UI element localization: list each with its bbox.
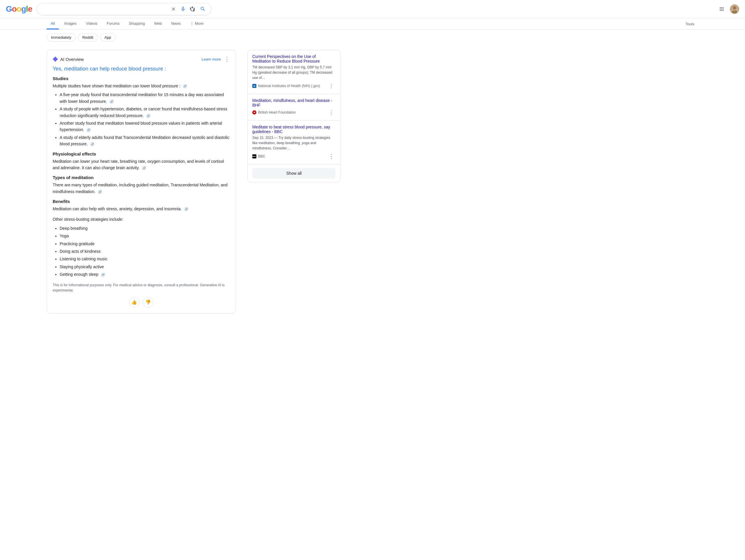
types-text: There are many types of meditation, incl…: [53, 182, 230, 195]
apps-button[interactable]: [718, 5, 725, 12]
ai-more-options[interactable]: ⋮: [224, 56, 230, 62]
source-title-1[interactable]: Current Perspectives on the Use of Medit…: [252, 54, 335, 63]
benefits-text: Meditation can also help with stress, an…: [53, 206, 230, 212]
source-options-1[interactable]: [327, 82, 335, 90]
source-item-2: Meditation, mindfulness, and heart disea…: [248, 94, 340, 121]
clear-button[interactable]: [170, 6, 176, 12]
tab-forums[interactable]: Forums: [103, 18, 124, 29]
stress-section-title: Other stress-busting strategies include:: [53, 216, 230, 222]
study-item-2: A study of people with hypertension, dia…: [60, 106, 230, 119]
types-title: Types of meditation: [53, 175, 230, 180]
ai-headline: Yes, meditation can help reduce blood pr…: [53, 66, 230, 72]
google-logo[interactable]: Google: [6, 4, 32, 14]
tab-news[interactable]: News: [167, 18, 185, 29]
source-options-3[interactable]: [327, 153, 335, 160]
source-options-2[interactable]: [327, 108, 335, 116]
tab-videos[interactable]: Videos: [82, 18, 102, 29]
tools-button[interactable]: Tools: [682, 19, 699, 29]
header: Google does meditation reduce blood pres…: [0, 0, 745, 18]
tab-shopping[interactable]: Shopping: [125, 18, 149, 29]
stress-item-2: Yoga: [60, 233, 230, 239]
tab-all[interactable]: All: [46, 18, 59, 29]
studies-title: Studies: [53, 76, 230, 81]
avatar[interactable]: [730, 4, 739, 14]
studies-list: A five-year study found that transcenden…: [53, 91, 230, 147]
stress-item-3: Practicing gratitude: [60, 241, 230, 247]
study1-link-icon[interactable]: 🔗: [109, 99, 114, 104]
source-title-3[interactable]: Meditate to beat stress blood pressure, …: [252, 125, 335, 134]
stress-item-7: Getting enough sleep 🔗: [60, 271, 230, 278]
header-right: [718, 4, 739, 14]
benefits-link-icon[interactable]: 🔗: [184, 207, 189, 211]
types-link-icon[interactable]: 🔗: [98, 190, 102, 194]
stress-item-6: Staying physically active: [60, 263, 230, 270]
feedback-row: 👍 👎: [53, 297, 230, 308]
physio-text: Meditation can lower your heart rate, br…: [53, 158, 230, 171]
source-meta-3: BBC BBC: [252, 153, 335, 160]
voice-search-button[interactable]: [180, 5, 187, 12]
tab-images[interactable]: Images: [60, 18, 80, 29]
search-input[interactable]: does meditation reduce blood pressure: [42, 6, 168, 12]
benefits-title: Benefits: [53, 199, 230, 204]
left-column: AI Overview Learn more ⋮ Yes, meditation…: [46, 50, 236, 319]
tab-more[interactable]: ⋮ More: [186, 18, 208, 29]
source-snippet-3: Sep 15, 2023 — Try daily stress-busting …: [252, 135, 335, 151]
studies-intro: Multiple studies have shown that meditat…: [53, 83, 230, 89]
svg-point-1: [733, 6, 736, 10]
source-item-3: Meditate to beat stress blood pressure, …: [248, 121, 340, 164]
disclaimer: This is for informational purposes only.…: [53, 282, 230, 293]
study3-link-icon[interactable]: 🔗: [87, 128, 91, 132]
ai-overview-card: AI Overview Learn more ⋮ Yes, meditation…: [46, 50, 236, 314]
stress-list: Deep breathing Yoga Practicing gratitude…: [53, 225, 230, 278]
chip-immediately[interactable]: Immediately: [46, 33, 76, 42]
source-origin-3: BBC BBC: [252, 154, 265, 158]
nih-favicon: N: [252, 84, 256, 88]
study2-link-icon[interactable]: 🔗: [146, 114, 151, 118]
image-search-button[interactable]: [190, 5, 196, 12]
chip-reddit[interactable]: Reddit: [78, 33, 98, 42]
nav-tabs: All Images Videos Forums Shopping Web Ne…: [0, 18, 745, 30]
ai-overview-title: AI Overview: [60, 57, 84, 62]
study-item-1: A five-year study found that transcenden…: [60, 91, 230, 104]
right-column: Current Perspectives on the Use of Medit…: [247, 50, 341, 319]
stress-item-5: Listening to calming music: [60, 256, 230, 262]
thumbs-up-button[interactable]: 👍: [129, 297, 139, 308]
ai-header-actions: Learn more ⋮: [202, 56, 230, 62]
tab-web[interactable]: Web: [150, 18, 166, 29]
source-item-1: Current Perspectives on the Use of Medit…: [248, 50, 340, 94]
show-all-button[interactable]: Show all: [252, 168, 335, 179]
source-origin-1: N National Institutes of Health (NIH) (.…: [252, 84, 320, 88]
source-origin-2: ❤ British Heart Foundation: [252, 111, 296, 115]
study-item-3: Another study found that meditation lowe…: [60, 120, 230, 133]
search-bar[interactable]: does meditation reduce blood pressure: [37, 3, 211, 15]
ai-overview-header: AI Overview Learn more ⋮: [53, 56, 230, 62]
search-button[interactable]: [199, 5, 206, 12]
stress-item-4: Doing acts of kindness: [60, 248, 230, 254]
bhf-favicon: ❤: [252, 111, 256, 115]
source-meta-2: ❤ British Heart Foundation: [252, 108, 335, 116]
study-item-4: A study of elderly adults found that Tra…: [60, 134, 230, 147]
stress-item-1: Deep breathing: [60, 225, 230, 231]
chip-app[interactable]: App: [100, 33, 116, 42]
learn-more-link[interactable]: Learn more: [202, 57, 221, 61]
sources-card: Current Perspectives on the Use of Medit…: [247, 50, 341, 182]
source-meta-1: N National Institutes of Health (NIH) (.…: [252, 82, 335, 90]
bbc-favicon: BBC: [252, 154, 256, 158]
thumbs-down-button[interactable]: 👎: [143, 297, 153, 308]
sleep-link-icon[interactable]: 🔗: [101, 273, 105, 277]
studies-link-icon[interactable]: 🔗: [183, 84, 187, 89]
study4-link-icon[interactable]: 🔗: [90, 142, 95, 147]
physio-title: Physiological effects: [53, 151, 230, 156]
main-content: AI Overview Learn more ⋮ Yes, meditation…: [0, 50, 745, 319]
physio-link-icon[interactable]: 🔗: [142, 166, 147, 170]
source-snippet-1: TM decreased SBP by 3.1 mm Hg, DBP by 5.…: [252, 65, 335, 81]
source-title-2[interactable]: Meditation, mindfulness, and heart disea…: [252, 98, 335, 107]
filter-chips: Immediately Reddit App: [0, 30, 745, 45]
ai-diamond-icon: [53, 57, 58, 62]
ai-title-row: AI Overview: [53, 57, 84, 62]
